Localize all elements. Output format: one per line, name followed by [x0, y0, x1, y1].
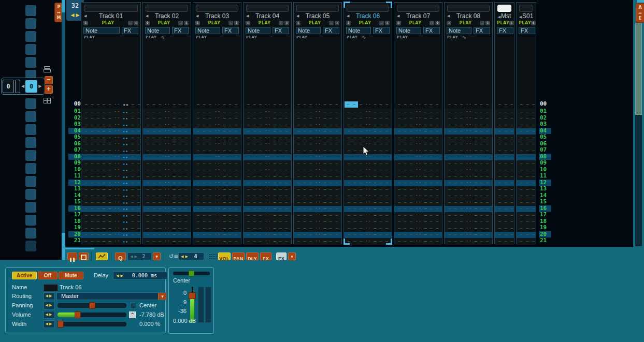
pattern-row[interactable]: – – –	[517, 225, 536, 232]
track-title[interactable]: ◀Track 05	[294, 12, 341, 19]
pattern-row[interactable]: – – –··–– – –	[244, 128, 291, 135]
wrap-mode-button[interactable]	[67, 252, 77, 260]
pattern-row[interactable]: – – –··–– – –	[244, 232, 291, 239]
pattern-row[interactable]: – – –··–– – –	[244, 186, 291, 193]
pattern-row[interactable]: – – –··–– – –	[294, 109, 341, 115]
sequence-next-arrow[interactable]: ▶	[38, 84, 41, 88]
pattern-row[interactable]: – – –··–– – –	[244, 154, 291, 161]
pattern-row[interactable]: – – –··–– – –	[143, 115, 191, 122]
pattern-row[interactable]: – – –	[495, 212, 514, 219]
pattern-row[interactable]: – – –··–– – –	[193, 115, 241, 122]
pattern-row[interactable]: – – –	[495, 180, 514, 187]
pattern-row[interactable]: – – –	[517, 206, 536, 213]
pattern-row[interactable]: – – –··–– – –	[143, 122, 191, 128]
pattern-row[interactable]: – – –	[495, 128, 514, 135]
pattern-row[interactable]: – – –– –··▪▪– – –	[81, 225, 140, 232]
fx-column-field[interactable]: FX	[222, 27, 239, 34]
pattern-row[interactable]: – – –··–– – –	[143, 193, 191, 200]
track-title[interactable]: ◀Track 08	[445, 12, 492, 19]
track-play-button[interactable]: PLAY	[519, 21, 531, 25]
pattern-row[interactable]: – – –··–– – –	[244, 122, 291, 128]
pattern-row[interactable]: – – –– –··▪▪– – –	[81, 101, 140, 108]
pattern-row[interactable]: – – –··–– – –	[394, 212, 442, 219]
pattern-row[interactable]: – – –··–– – –	[344, 122, 392, 128]
pattern-row[interactable]: – – –	[495, 232, 514, 239]
pattern-row[interactable]: – – –– –··▪▪– – –	[81, 173, 140, 180]
matrix-slot[interactable]	[25, 228, 36, 239]
pattern-row[interactable]: – – –··–– – –	[445, 101, 492, 108]
width-prev-next[interactable]: ◀▶	[44, 320, 55, 328]
pattern-row[interactable]: – – –··–– – –	[344, 238, 392, 245]
quantize-dropdown[interactable]: ▼	[153, 252, 161, 260]
pattern-row[interactable]: – – –··–– – –	[143, 173, 191, 180]
spinner-right-arrow[interactable]: ▶	[185, 255, 188, 259]
routing-prev-next[interactable]: ◀▶	[44, 292, 55, 300]
pattern-row[interactable]: – – –··–– – –	[244, 238, 291, 245]
pattern-row[interactable]: – – –	[517, 109, 536, 115]
pattern-row[interactable]: – – –··–– – –	[143, 238, 191, 245]
matrix-slot[interactable]	[25, 31, 36, 42]
pattern-row[interactable]: – – –··–– – –	[294, 154, 341, 161]
pattern-row[interactable]: – – –··–– – –	[394, 122, 442, 128]
sequence-current-slot[interactable]: 0	[25, 80, 37, 93]
spinner-left-arrow[interactable]: ◀	[181, 255, 183, 259]
fx-column-field[interactable]: FX	[273, 27, 289, 34]
editor-splitter-toggle[interactable]: A ↔ E	[636, 3, 644, 23]
track-title[interactable]: ◀Track 02	[143, 12, 191, 19]
track-title[interactable]: ◀Track 03	[193, 12, 241, 19]
pattern-row[interactable]: – – –– –··▪▪– – –	[81, 212, 140, 219]
spinner-right-arrow[interactable]: ▶	[120, 274, 123, 278]
pattern-row[interactable]: – – –··–– – –	[445, 167, 492, 174]
panning-column-button[interactable]: PAN	[232, 252, 245, 260]
track-active-button[interactable]: Active	[12, 272, 37, 279]
pattern-row[interactable]: – –– – –··–– – –	[344, 101, 392, 108]
pattern-row[interactable]: – – –··–– – –	[193, 238, 241, 245]
pattern-row[interactable]: – – –··–– – –	[294, 186, 341, 193]
pattern-row[interactable]: – – –··–– – –	[344, 212, 392, 219]
pattern-row[interactable]: – – –··–– – –	[143, 101, 191, 108]
pattern-row[interactable]: – – –··–– – –	[143, 167, 191, 174]
pattern-row[interactable]: – – –– –··▪▪– – –	[81, 122, 140, 128]
matrix-slot[interactable]	[25, 163, 36, 174]
track-play-button[interactable]: PLAY	[497, 21, 509, 25]
pattern-row[interactable]: – – –··–– – –	[394, 173, 442, 180]
pattern-row[interactable]: – – –··–– – –	[193, 101, 241, 108]
pattern-row[interactable]: – – –	[495, 173, 514, 180]
pattern-row[interactable]: – – –··–– – –	[294, 128, 341, 135]
pattern-row[interactable]: – – –	[517, 160, 536, 167]
matrix-slot[interactable]	[25, 150, 36, 161]
slider-handle[interactable]	[75, 311, 81, 318]
pattern-row[interactable]: – – –··–– – –	[193, 141, 241, 148]
pattern-row[interactable]: – – –– –··▪▪– – –	[81, 147, 140, 154]
add-column-button[interactable]: +	[335, 21, 339, 25]
pattern-row[interactable]: – – –··–– – –	[244, 167, 291, 174]
pattern-row[interactable]: – – –··–– – –	[344, 232, 392, 239]
fx-column-field[interactable]: FX	[373, 27, 390, 34]
sequence-number-box[interactable]: 0	[3, 80, 14, 93]
pattern-row[interactable]: – – –··–– – –	[193, 167, 241, 174]
delay-column-button[interactable]: DLY	[246, 252, 259, 260]
matrix-slot[interactable]	[25, 57, 36, 68]
pattern-row[interactable]: – – –··–– – –	[394, 154, 442, 161]
add-column-button[interactable]: +	[346, 21, 351, 25]
pattern-row[interactable]: – – –··–– – –	[445, 206, 492, 213]
fx-column-field[interactable]: FX	[474, 27, 490, 34]
pattern-row[interactable]: – – –··–– – –	[445, 199, 492, 206]
add-column-button[interactable]: +	[284, 21, 289, 25]
pattern-row[interactable]: – – –··–– – –	[294, 199, 341, 206]
track-column-track-04[interactable]: ◀Track 04+PLAY−+NoteFXPLAY– – –··–– – ––…	[243, 2, 292, 244]
pattern-row[interactable]: – – –··–– – –	[193, 135, 241, 141]
pattern-row[interactable]: – – –··–– – –	[394, 199, 442, 206]
pattern-row[interactable]: – – –··–– – –	[244, 225, 291, 232]
pattern-row[interactable]: – – –··–– – –	[445, 154, 492, 161]
note-column-field[interactable]: Note	[447, 27, 471, 34]
pattern-row[interactable]: – – –··–– – –	[394, 135, 442, 141]
pattern-row[interactable]: – – –··–– – –	[445, 212, 492, 219]
pattern-row[interactable]: – – –··–– – –	[344, 206, 392, 213]
pattern-row[interactable]: – – –··–– – –	[394, 180, 442, 187]
matrix-slot[interactable]	[25, 215, 36, 226]
pattern-row[interactable]: – – –··–– – –	[344, 219, 392, 226]
volume-fader-handle[interactable]	[189, 292, 196, 299]
pattern-row[interactable]: – – –··–– – –	[193, 232, 241, 239]
pattern-row[interactable]: – – –··–– – –	[445, 115, 492, 122]
